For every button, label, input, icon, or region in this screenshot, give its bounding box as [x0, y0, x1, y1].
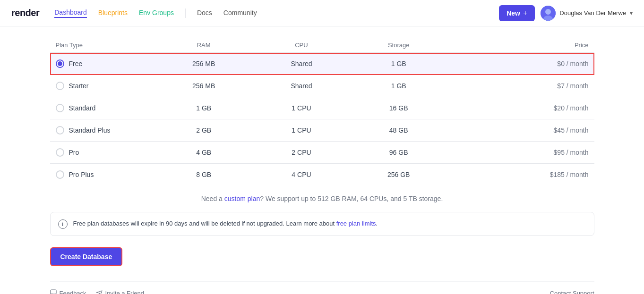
radio-standard-plus[interactable]: [56, 126, 64, 134]
navbar: render Dashboard Blueprints Env Groups D…: [0, 0, 644, 26]
plan-row-pro[interactable]: Pro4 GB2 CPU96 GB$95 / month: [50, 142, 594, 164]
plan-row-free[interactable]: Free256 MBShared1 GB$0 / month: [50, 53, 594, 75]
plan-name-cell-standard: Standard: [50, 97, 154, 119]
plan-row-standard-plus[interactable]: Standard Plus2 GB1 CPU48 GB$45 / month: [50, 119, 594, 142]
custom-plan-link[interactable]: custom plan: [224, 195, 260, 202]
plan-label-free: Free: [69, 60, 83, 67]
main-content: Plan Type RAM CPU Storage Price Free256 …: [39, 26, 606, 294]
nav-blueprints[interactable]: Blueprints: [98, 9, 128, 17]
plan-label-pro-plus: Pro Plus: [69, 171, 94, 178]
col-plan-type: Plan Type: [50, 38, 154, 53]
plan-storage-standard: 16 GB: [349, 97, 448, 119]
plan-storage-pro: 96 GB: [349, 142, 448, 164]
feedback-icon: [50, 289, 57, 294]
plan-cpu-starter: Shared: [254, 75, 349, 97]
plan-label-pro: Pro: [69, 149, 79, 156]
radio-standard[interactable]: [56, 104, 64, 112]
plan-label-standard-plus: Standard Plus: [69, 126, 111, 134]
plan-price-standard: $20 / month: [448, 97, 594, 119]
create-database-button[interactable]: Create Database: [50, 247, 123, 266]
info-text: Free plan databases will expire in 90 da…: [73, 219, 378, 228]
plan-storage-free: 1 GB: [349, 53, 448, 75]
plan-ram-standard-plus: 2 GB: [154, 119, 254, 142]
contact-support-link[interactable]: Contact Support: [550, 290, 594, 294]
plan-ram-pro-plus: 8 GB: [154, 164, 254, 186]
plan-row-starter[interactable]: Starter256 MBShared1 GB$7 / month: [50, 75, 594, 97]
nav-links: Dashboard Blueprints Env Groups Docs Com…: [54, 8, 499, 18]
new-button[interactable]: New +: [499, 5, 535, 21]
create-db-wrapper: Create Database: [50, 247, 594, 281]
nav-env-groups[interactable]: Env Groups: [139, 9, 174, 17]
plan-label-starter: Starter: [69, 82, 89, 90]
plan-row-pro-plus[interactable]: Pro Plus8 GB4 CPU256 GB$185 / month: [50, 164, 594, 186]
plan-ram-free: 256 MB: [154, 53, 254, 75]
invite-friend-link[interactable]: Invite a Friend: [96, 289, 144, 294]
col-price: Price: [448, 38, 594, 53]
plan-storage-pro-plus: 256 GB: [349, 164, 448, 186]
plan-price-starter: $7 / month: [448, 75, 594, 97]
user-name: Douglas Van Der Merwe: [559, 9, 626, 17]
plan-label-standard: Standard: [69, 104, 96, 112]
plan-price-pro-plus: $185 / month: [448, 164, 594, 186]
nav-divider: [185, 8, 186, 18]
plan-name-cell-pro: Pro: [50, 142, 154, 164]
svg-point-1: [545, 9, 551, 15]
plan-name-cell-pro-plus: Pro Plus: [50, 164, 154, 186]
plan-row-standard[interactable]: Standard1 GB1 CPU16 GB$20 / month: [50, 97, 594, 119]
logo: render: [11, 8, 39, 18]
radio-pro[interactable]: [56, 148, 64, 157]
footer-left: Feedback Invite a Friend: [50, 289, 144, 294]
plan-ram-starter: 256 MB: [154, 75, 254, 97]
plan-cpu-standard-plus: 1 CPU: [254, 119, 349, 142]
plus-icon: +: [523, 9, 527, 17]
navbar-right: New + Douglas Van Der Merwe ▾: [499, 5, 633, 21]
plan-cpu-standard: 1 CPU: [254, 97, 349, 119]
plan-name-cell-free: Free: [50, 53, 154, 75]
plan-ram-standard: 1 GB: [154, 97, 254, 119]
nav-dashboard[interactable]: Dashboard: [54, 8, 87, 18]
plan-price-standard-plus: $45 / month: [448, 119, 594, 142]
custom-plan-note: Need a custom plan? We support up to 512…: [50, 195, 594, 202]
plan-ram-pro: 4 GB: [154, 142, 254, 164]
plan-price-pro: $95 / month: [448, 142, 594, 164]
info-banner: i Free plan databases will expire in 90 …: [50, 212, 594, 236]
plan-cpu-pro: 2 CPU: [254, 142, 349, 164]
nav-community[interactable]: Community: [223, 9, 257, 17]
plan-cpu-free: Shared: [254, 53, 349, 75]
user-menu[interactable]: Douglas Van Der Merwe ▾: [541, 6, 633, 21]
radio-free[interactable]: [56, 59, 64, 68]
plan-table: Plan Type RAM CPU Storage Price Free256 …: [50, 38, 594, 185]
plan-price-free: $0 / month: [448, 53, 594, 75]
avatar: [541, 6, 556, 21]
chevron-down-icon: ▾: [630, 10, 633, 17]
feedback-link[interactable]: Feedback: [50, 289, 86, 294]
footer: Feedback Invite a Friend Contact Support: [50, 281, 594, 294]
col-cpu: CPU: [254, 38, 349, 53]
plan-storage-starter: 1 GB: [349, 75, 448, 97]
col-ram: RAM: [154, 38, 254, 53]
radio-pro-plus[interactable]: [56, 170, 64, 179]
svg-rect-3: [51, 290, 56, 294]
invite-icon: [96, 289, 103, 294]
info-icon: i: [58, 219, 68, 229]
free-plan-limits-link[interactable]: free plan limits: [336, 220, 376, 227]
plan-name-cell-standard-plus: Standard Plus: [50, 119, 154, 142]
radio-starter[interactable]: [56, 82, 64, 90]
nav-docs[interactable]: Docs: [197, 9, 212, 17]
plan-cpu-pro-plus: 4 CPU: [254, 164, 349, 186]
plan-storage-standard-plus: 48 GB: [349, 119, 448, 142]
plan-name-cell-starter: Starter: [50, 75, 154, 97]
col-storage: Storage: [349, 38, 448, 53]
